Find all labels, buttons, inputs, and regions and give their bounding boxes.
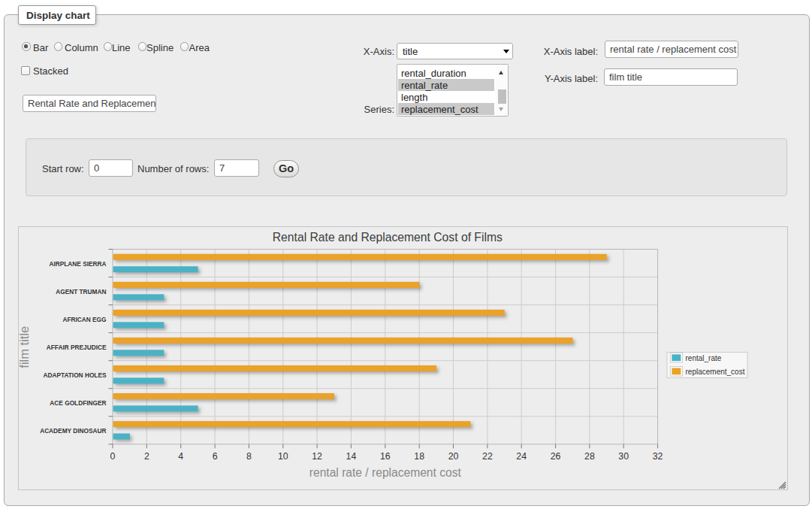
svg-text:6: 6 (213, 451, 218, 462)
svg-text:24: 24 (516, 451, 527, 462)
svg-text:film title: film title (19, 326, 31, 368)
svg-text:20: 20 (448, 451, 459, 462)
svg-text:AFRICAN EGG: AFRICAN EGG (62, 315, 106, 323)
svg-text:14: 14 (346, 451, 357, 462)
svg-text:30: 30 (618, 451, 629, 462)
svg-text:ACE GOLDFINGER: ACE GOLDFINGER (50, 399, 106, 407)
svg-text:ACADEMY DINOSAUR: ACADEMY DINOSAUR (40, 427, 106, 435)
svg-text:replacement_cost: replacement_cost (686, 367, 745, 375)
svg-text:28: 28 (584, 451, 595, 462)
svg-text:Rental Rate and Replacement Co: Rental Rate and Replacement Cost of Film… (273, 231, 503, 244)
svg-text:rental rate / replacement cost: rental rate / replacement cost (309, 466, 462, 479)
svg-text:10: 10 (278, 451, 288, 462)
svg-text:AGENT TRUMAN: AGENT TRUMAN (56, 287, 106, 295)
svg-text:22: 22 (482, 451, 493, 462)
svg-text:18: 18 (414, 451, 424, 462)
svg-text:32: 32 (653, 451, 663, 462)
svg-text:2: 2 (144, 451, 149, 462)
svg-text:ADAPTATION HOLES: ADAPTATION HOLES (43, 371, 107, 379)
svg-text:rental_rate: rental_rate (686, 353, 722, 362)
svg-text:0: 0 (110, 451, 116, 462)
svg-text:4: 4 (178, 451, 183, 462)
svg-text:16: 16 (380, 451, 391, 462)
svg-text:8: 8 (246, 451, 252, 462)
svg-text:AIRPLANE SIERRA: AIRPLANE SIERRA (49, 259, 106, 267)
svg-text:26: 26 (551, 451, 561, 462)
svg-text:AFFAIR PREJUDICE: AFFAIR PREJUDICE (47, 343, 107, 350)
svg-text:12: 12 (312, 451, 322, 462)
